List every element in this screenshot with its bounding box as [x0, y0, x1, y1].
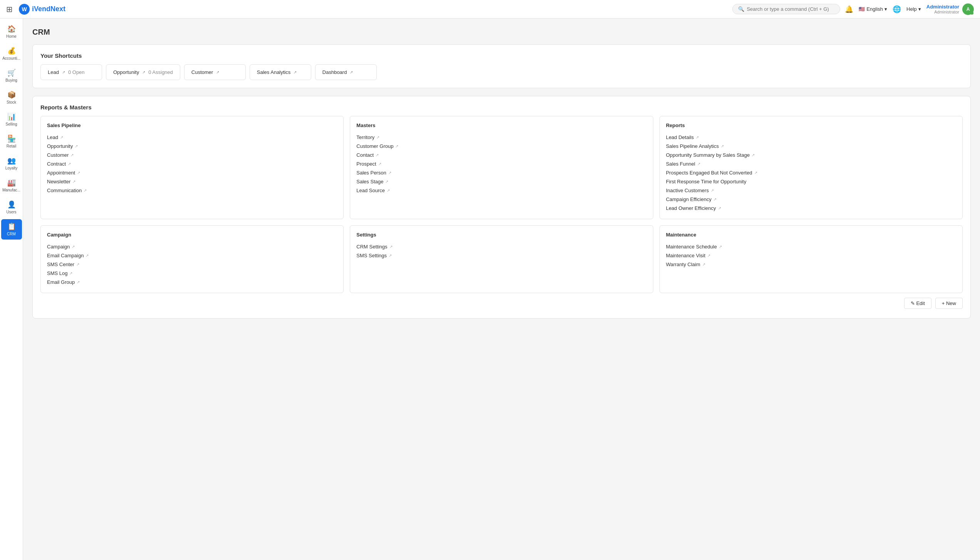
sidebar-item-buying[interactable]: 🛒 Buying — [1, 65, 22, 86]
sidebar-item-crm[interactable]: 📋 CRM — [1, 219, 22, 240]
report-item-inactive-customers[interactable]: Inactive Customers↗ — [666, 186, 956, 195]
help-button[interactable]: Help ▾ — [906, 6, 921, 12]
shortcut-lead[interactable]: Lead ↗ 0 Open — [40, 64, 102, 80]
report-item-sms-log[interactable]: SMS Log↗ — [47, 269, 337, 278]
report-item-customer-group[interactable]: Customer Group↗ — [356, 142, 646, 151]
manufacturing-icon: 🏭 — [7, 178, 16, 187]
grid-icon[interactable]: ⊞ — [6, 5, 13, 14]
report-item-lead-details[interactable]: Lead Details↗ — [666, 133, 956, 142]
sidebar-item-label-manufacturing: Manufac... — [2, 188, 20, 193]
sidebar-item-selling[interactable]: 📊 Selling — [1, 109, 22, 130]
sidebar-item-users[interactable]: 👤 Users — [1, 197, 22, 218]
report-item-sales-funnel[interactable]: Sales Funnel↗ — [666, 159, 956, 168]
globe-icon[interactable]: 🌐 — [893, 5, 901, 13]
language-selector[interactable]: 🇺🇸 English ▾ — [859, 6, 887, 12]
report-item-email-campaign[interactable]: Email Campaign↗ — [47, 251, 337, 260]
shortcut-opportunity-arrow-icon: ↗ — [142, 70, 145, 74]
arrow-icon: ↗ — [713, 197, 717, 201]
report-item-lead-source[interactable]: Lead Source↗ — [356, 186, 646, 195]
card-campaign: Campaign Campaign↗ Email Campaign↗ SMS C… — [40, 225, 344, 293]
sidebar: 🏠 Home 💰 Accounti... 🛒 Buying 📦 Stock 📊 … — [0, 18, 23, 560]
shortcut-dashboard-arrow-icon: ↗ — [350, 70, 353, 74]
navbar: ⊞ W iVendNext 🔍 🔔 🇺🇸 English ▾ 🌐 Help ▾ … — [0, 0, 980, 18]
sidebar-item-label-loyalty: Loyalty — [5, 166, 18, 171]
report-item-lead[interactable]: Lead↗ — [47, 133, 337, 142]
report-item-territory[interactable]: Territory↗ — [356, 133, 646, 142]
sidebar-item-manufacturing[interactable]: 🏭 Manufac... — [1, 175, 22, 196]
arrow-icon: ↗ — [77, 280, 80, 284]
new-button[interactable]: + New — [935, 298, 963, 309]
report-item-sms-center[interactable]: SMS Center↗ — [47, 260, 337, 269]
report-item-prospects-engaged[interactable]: Prospects Engaged But Not Converted↗ — [666, 168, 956, 177]
report-item-newsletter[interactable]: Newsletter↗ — [47, 177, 337, 186]
edit-button[interactable]: ✎ Edit — [904, 298, 931, 309]
card-settings: Settings CRM Settings↗ SMS Settings↗ — [350, 225, 653, 293]
search-bar[interactable]: 🔍 — [732, 4, 840, 14]
arrow-icon: ↗ — [395, 144, 398, 148]
sidebar-item-home[interactable]: 🏠 Home — [1, 22, 22, 42]
sidebar-item-stock[interactable]: 📦 Stock — [1, 87, 22, 108]
sidebar-item-accounts[interactable]: 💰 Accounti... — [1, 44, 22, 64]
arrow-icon: ↗ — [60, 135, 63, 139]
bell-icon[interactable]: 🔔 — [845, 5, 853, 13]
shortcut-lead-count: 0 Open — [68, 69, 85, 75]
user-info[interactable]: Administrator Administrator A — [926, 3, 974, 15]
arrow-icon: ↗ — [77, 171, 80, 175]
report-item-campaign-efficiency[interactable]: Campaign Efficiency↗ — [666, 195, 956, 204]
arrow-icon: ↗ — [702, 262, 705, 267]
arrow-icon: ↗ — [68, 162, 71, 166]
arrow-icon: ↗ — [72, 179, 76, 184]
brand-name: iVendNext — [32, 5, 65, 13]
loyalty-icon: 👥 — [7, 156, 16, 165]
card-reports: Reports Lead Details↗ Sales Pipeline Ana… — [659, 116, 963, 219]
shortcut-customer-arrow-icon: ↗ — [216, 70, 219, 74]
report-item-opportunity[interactable]: Opportunity↗ — [47, 142, 337, 151]
reports-masters-heading: Reports & Masters — [40, 104, 963, 111]
page-title: CRM — [32, 28, 971, 37]
report-item-communication[interactable]: Communication↗ — [47, 186, 337, 195]
shortcut-lead-arrow-icon: ↗ — [62, 70, 65, 74]
shortcut-customer[interactable]: Customer ↗ — [184, 64, 246, 80]
search-input[interactable] — [747, 6, 834, 12]
shortcut-dashboard[interactable]: Dashboard ↗ — [315, 64, 377, 80]
report-item-maintenance-schedule[interactable]: Maintenance Schedule↗ — [666, 242, 956, 251]
selling-icon: 📊 — [7, 112, 16, 121]
arrow-icon: ↗ — [696, 135, 699, 139]
report-item-campaign[interactable]: Campaign↗ — [47, 242, 337, 251]
shortcut-lead-label: Lead — [48, 69, 59, 75]
arrow-icon: ↗ — [75, 144, 78, 148]
card-masters-title: Masters — [356, 122, 646, 128]
report-item-lead-owner-efficiency[interactable]: Lead Owner Efficiency↗ — [666, 204, 956, 213]
arrow-icon: ↗ — [721, 144, 724, 148]
card-masters: Masters Territory↗ Customer Group↗ Conta… — [350, 116, 653, 219]
brand[interactable]: W iVendNext — [19, 4, 65, 15]
shortcut-sales-analytics-label: Sales Analytics — [257, 69, 290, 75]
card-campaign-title: Campaign — [47, 232, 337, 238]
report-item-maintenance-visit[interactable]: Maintenance Visit↗ — [666, 251, 956, 260]
user-name-block: Administrator Administrator — [926, 4, 959, 14]
report-item-contract[interactable]: Contract↗ — [47, 159, 337, 168]
report-item-email-group[interactable]: Email Group↗ — [47, 278, 337, 287]
report-item-warranty-claim[interactable]: Warranty Claim↗ — [666, 260, 956, 269]
report-item-sales-pipeline-analytics[interactable]: Sales Pipeline Analytics↗ — [666, 142, 956, 151]
arrow-icon: ↗ — [84, 188, 87, 193]
report-item-crm-settings[interactable]: CRM Settings↗ — [356, 242, 646, 251]
report-item-contact[interactable]: Contact↗ — [356, 151, 646, 159]
report-item-sales-stage[interactable]: Sales Stage↗ — [356, 177, 646, 186]
report-item-appointment[interactable]: Appointment↗ — [47, 168, 337, 177]
report-item-customer[interactable]: Customer↗ — [47, 151, 337, 159]
arrow-icon: ↗ — [711, 188, 714, 193]
report-item-prospect[interactable]: Prospect↗ — [356, 159, 646, 168]
shortcuts-grid: Lead ↗ 0 Open Opportunity ↗ 0 Assigned C… — [40, 64, 963, 80]
sidebar-item-retail[interactable]: 🏪 Retail — [1, 131, 22, 152]
card-sales-pipeline-title: Sales Pipeline — [47, 122, 337, 128]
shortcuts-heading: Your Shortcuts — [40, 52, 963, 59]
report-item-sales-person[interactable]: Sales Person↗ — [356, 168, 646, 177]
report-item-first-response[interactable]: First Response Time for Opportunity — [666, 177, 956, 186]
sidebar-item-loyalty[interactable]: 👥 Loyalty — [1, 153, 22, 174]
shortcut-opportunity[interactable]: Opportunity ↗ 0 Assigned — [106, 64, 180, 80]
report-item-sms-settings[interactable]: SMS Settings↗ — [356, 251, 646, 260]
avatar-wrap: A — [962, 3, 974, 15]
report-item-opportunity-summary[interactable]: Opportunity Summary by Sales Stage↗ — [666, 151, 956, 159]
shortcut-sales-analytics[interactable]: Sales Analytics ↗ — [250, 64, 311, 80]
